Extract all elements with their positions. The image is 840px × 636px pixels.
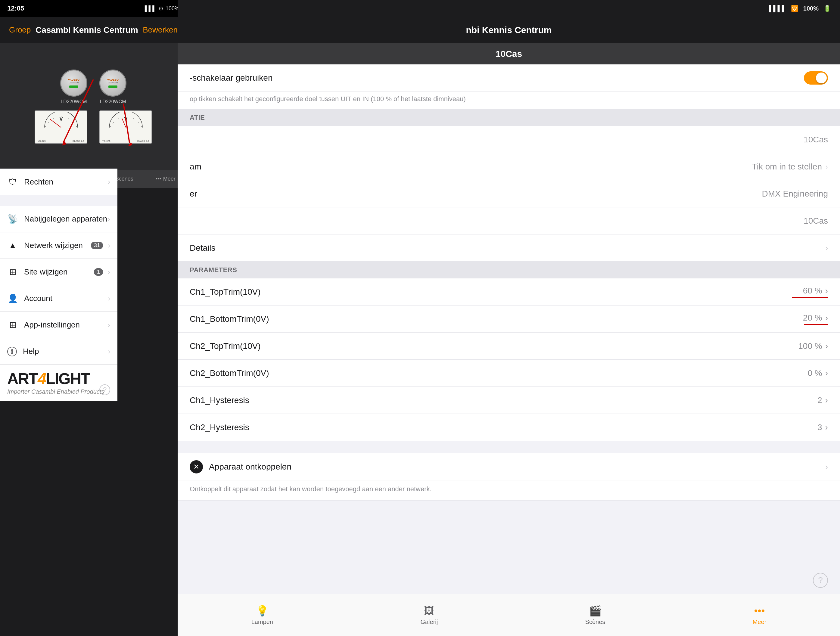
param-label-ch1-hyst: Ch1_Hysteresis [189, 396, 249, 405]
right-tab-galerij[interactable]: 🖼 Galerij [420, 605, 438, 625]
menu-item-account[interactable]: 👤 Account › [0, 285, 117, 312]
device-circle-1: VADEBO LD220WCM [60, 69, 87, 96]
device-label-1: LD220WCM [60, 99, 87, 104]
param-row-ch2-bottom[interactable]: Ch2_BottomTrim(0V) 0 % › [178, 360, 840, 387]
left-status-bar: 12:05 ▌▌▌ ⊙ 100% [0, 0, 187, 17]
svg-line-7 [76, 126, 78, 128]
section-title: 10Cas [496, 49, 522, 59]
svg-line-6 [73, 122, 74, 123]
right-panel: ▌▌▌▌ 🛜 100% 🔋 nbi Kennis Centrum 10Cas -… [178, 0, 840, 636]
rechten-chevron: › [108, 178, 110, 186]
section-header: 10Cas [178, 43, 840, 65]
right-lampen-icon: 💡 [256, 605, 268, 617]
info-row-naam[interactable]: am Tik om in te stellen › [178, 153, 840, 180]
menu-item-app-settings[interactable]: ⊞ App-instellingen › [0, 312, 117, 338]
device-item-1[interactable]: VADEBO LD220WCM LD220WCM [60, 69, 87, 104]
branding-help-icon[interactable]: ? [99, 384, 110, 395]
toggle-switch[interactable] [804, 71, 828, 85]
disconnect-text: Apparaat ontkoppelen [209, 462, 291, 472]
info-label-maker: er [189, 189, 197, 199]
ch1-bottom-chevron: › [825, 313, 828, 323]
info-row-maker: er DMX Engineering [178, 180, 840, 207]
menu-network-label: Netwerk wijzigen [24, 241, 83, 250]
right-help-icon[interactable]: ? [813, 573, 828, 588]
brand-four: 4 [38, 370, 46, 387]
menu-account-label: Account [24, 294, 52, 303]
right-nav-title: nbi Kennis Centrum [466, 25, 551, 35]
nearby-icon: 📡 [7, 214, 18, 224]
toggle-row[interactable]: -schakelaar gebruiken [178, 65, 840, 92]
right-galerij-text: Galerij [420, 619, 438, 625]
param-row-ch2-hyst[interactable]: Ch2_Hysteresis 3 › [178, 414, 840, 441]
right-tab-scenes[interactable]: 🎬 Scènes [585, 605, 605, 625]
menu-item-rechten[interactable]: 🛡 Rechten › [0, 169, 117, 195]
signal-icon: ▌▌▌ [145, 5, 156, 12]
svg-line-10 [109, 126, 111, 128]
param-row-ch1-bottom[interactable]: Ch1_BottomTrim(0V) 20 % › [178, 306, 840, 333]
gauge-row: V YS-675 CLASS 2.5 [35, 110, 152, 144]
param-row-ch1-hyst[interactable]: Ch1_Hysteresis 2 › [178, 387, 840, 414]
param-row-ch1-top[interactable]: Ch1_TopTrim(10V) 60 % › [178, 278, 840, 306]
info-value-maker: DMX Engineering [762, 189, 828, 199]
device-item-2[interactable]: VADEBO LD220WCM LD220WCM [99, 69, 126, 104]
arrows-overlay [0, 43, 187, 170]
gauge-item-2[interactable]: V YS-675 CLASS 2.5 [99, 110, 152, 144]
info-section-label-text: ATIE [189, 114, 205, 122]
ch1-bottom-underline [804, 324, 828, 325]
info-row-name: 10Cas [178, 126, 840, 153]
right-meer-icon: ••• [754, 605, 765, 617]
param-value-ch1-hyst: 2 › [818, 396, 828, 405]
toggle-label: -schakelaar gebruiken [189, 73, 273, 83]
gauge-brand-2: YS-675 [103, 140, 111, 142]
params-section-text: PARAMETERS [189, 266, 237, 274]
svg-line-3 [53, 118, 54, 119]
tab-meer[interactable]: ••• Meer [156, 176, 175, 182]
gauge-item-1[interactable]: V YS-675 CLASS 2.5 [35, 110, 87, 144]
right-meer-text: Meer [753, 619, 767, 625]
param-label-ch1-top: Ch1_TopTrim(10V) [189, 287, 261, 297]
help-menu-icon: ℹ [7, 347, 17, 357]
param-label-ch2-bottom: Ch2_BottomTrim(0V) [189, 368, 269, 378]
info-row-model: 10Cas [178, 207, 840, 235]
meer-icon: ••• [156, 176, 161, 182]
left-nav-title: Casambi Kennis Centrum [36, 25, 138, 35]
site-icon: ⊞ [7, 267, 18, 278]
info-value-model: 10Cas [804, 216, 828, 226]
param-value-ch2-hyst: 3 › [818, 423, 828, 432]
ch1-hyst-chevron: › [825, 396, 828, 405]
right-scenes-icon: 🎬 [589, 605, 602, 617]
menu-item-help[interactable]: ℹ Help › [0, 338, 117, 365]
menu-rechten-label: Rechten [24, 177, 53, 186]
svg-line-11 [113, 122, 114, 123]
ch2-bottom-chevron: › [825, 368, 828, 378]
menu-item-app-settings-left: ⊞ App-instellingen [7, 320, 80, 330]
right-signal-icon: ▌▌▌▌ [769, 5, 786, 12]
right-battery-pct: 100% [803, 5, 819, 12]
right-scenes-text: Scènes [585, 619, 605, 625]
right-tab-meer[interactable]: ••• Meer [753, 605, 767, 625]
edit-button[interactable]: Bewerken [143, 25, 178, 35]
toggle-knob [816, 73, 827, 84]
branding-subtitle: Importer Casambi Enabled Products [7, 388, 110, 395]
menu-item-site[interactable]: ⊞ Site wijzigen 1 › [0, 259, 117, 285]
account-chevron: › [108, 294, 110, 303]
app-settings-chevron: › [108, 321, 110, 329]
menu-item-network-left: ▲ Netwerk wijzigen [7, 240, 83, 251]
disconnect-row[interactable]: ✕ Apparaat ontkoppelen › [178, 453, 840, 480]
param-row-ch2-top[interactable]: Ch2_TopTrim(10V) 100 % › [178, 333, 840, 360]
disconnect-desc: Ontkoppelt dit apparaat zodat het kan wo… [178, 480, 840, 500]
devices-area: VADEBO LD220WCM LD220WCM VADEBO LD220WCM… [0, 43, 187, 170]
menu-item-nearby[interactable]: 📡 Nabijgelegen apparaten › [0, 206, 117, 232]
disconnect-left: ✕ Apparaat ontkoppelen [189, 460, 291, 473]
right-tab-lampen[interactable]: 💡 Lampen [251, 605, 273, 625]
menu-item-network[interactable]: ▲ Netwerk wijzigen 31 › [0, 232, 117, 259]
brand-light: LIGHT [46, 370, 90, 387]
svg-line-15 [138, 122, 139, 123]
device-row-1: VADEBO LD220WCM LD220WCM VADEBO LD220WCM… [60, 69, 126, 104]
left-panel: 12:05 ▌▌▌ ⊙ 100% Groep Casambi Kennis Ce… [0, 0, 187, 636]
menu-item-account-left: 👤 Account [7, 293, 52, 304]
details-row[interactable]: Details › [178, 235, 840, 262]
menu-help-label: Help [23, 347, 39, 356]
ch2-top-chevron: › [825, 341, 828, 351]
back-button[interactable]: Groep [9, 25, 31, 35]
